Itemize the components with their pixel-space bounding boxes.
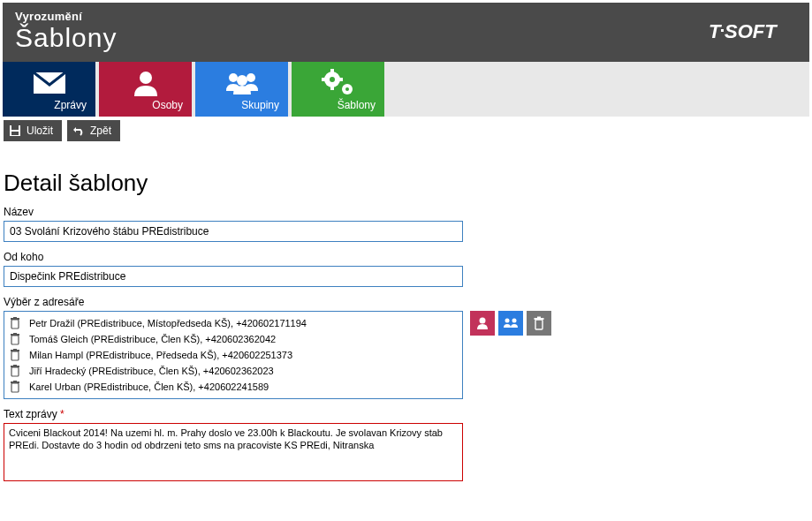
tab-label: Osoby [152,99,186,113]
svg-rect-31 [11,383,19,392]
label-name: Název [4,206,808,218]
svg-rect-37 [535,320,543,329]
content: Detail šablony Název Od koho Výběr z adr… [0,159,812,502]
recipient-text: Petr Dražil (PREdistribuce, Místopředsed… [29,318,307,328]
save-label: Uložit [27,125,53,137]
trash-icon[interactable] [10,333,22,345]
undo-icon [72,125,85,137]
svg-point-7 [237,75,247,86]
recipient-row: Milan Hampl (PREdistribuce, Předseda KŠ)… [4,347,462,363]
recipient-text: Milan Hampl (PREdistribuce, Předseda KŠ)… [29,350,292,360]
recipient-text: Tomáš Gleich (PREdistribuce, Člen KŠ), +… [29,334,276,344]
trash-icon[interactable] [10,365,22,377]
section-title: Detail šablony [4,170,808,197]
svg-point-9 [330,77,335,82]
tab-zpravy[interactable]: Zprávy [3,62,95,117]
svg-point-4 [140,72,152,84]
page-title: Šablony [15,23,117,53]
recipient-text: Karel Urban (PREdistribuce, Člen KŠ), +4… [29,381,269,392]
label-msg: Text zprávy * [4,408,808,420]
svg-rect-10 [330,69,334,73]
svg-rect-39 [537,317,541,319]
trash-icon[interactable] [10,349,22,361]
svg-rect-17 [11,125,19,130]
svg-rect-30 [13,365,17,366]
label-pick: Výběr z adresáře [4,296,808,308]
recipient-row: Tomáš Gleich (PREdistribuce, Člen KŠ), +… [4,331,462,347]
tab-sablony[interactable]: Šablony [292,62,384,117]
recipient-text: Jiří Hradecký (PREdistribuce, Člen KŠ), … [29,366,274,376]
svg-rect-1 [721,29,724,32]
tab-osoby[interactable]: Osoby [99,62,192,117]
breadcrumb: Vyrozumění [15,10,117,23]
recipient-row: Jiří Hradecký (PREdistribuce, Člen KŠ), … [4,363,462,379]
trash-icon[interactable] [10,317,22,329]
back-button[interactable]: Zpět [67,120,120,141]
svg-rect-11 [330,86,334,90]
add-group-button[interactable] [498,311,523,336]
message-textarea[interactable] [4,423,463,481]
recipient-row: Petr Dražil (PREdistribuce, Místopředsed… [4,315,462,331]
svg-rect-22 [11,336,19,344]
svg-point-5 [229,73,238,82]
nav-tabs: Zprávy Osoby Skupiny [3,62,809,117]
group-icon [503,317,519,329]
svg-rect-27 [13,349,17,351]
label-from: Od koho [4,251,808,263]
trash-icon [533,316,545,330]
required-mark: * [60,408,65,420]
svg-rect-28 [11,367,19,376]
app-header: Vyrozumění Šablony T SOFT [3,3,809,62]
recipient-actions [470,311,551,336]
person-icon [131,67,161,99]
tab-label: Skupiny [241,99,283,113]
tab-skupiny[interactable]: Skupiny [195,62,288,117]
save-button[interactable]: Uložit [4,120,62,141]
from-input[interactable] [4,266,463,287]
svg-rect-25 [11,351,19,360]
recipients-list: Petr Dražil (PREdistribuce, Místopředsed… [4,311,463,399]
svg-text:T: T [709,20,722,42]
clear-recipients-button[interactable] [527,311,551,336]
save-icon [9,125,21,137]
logo: T SOFT [709,19,797,45]
svg-point-34 [480,318,486,324]
header-titles: Vyrozumění Šablony [15,10,117,53]
group-icon [223,67,262,99]
svg-rect-12 [322,78,326,81]
svg-rect-19 [11,320,19,328]
toolbar: Uložit Zpět [0,117,812,159]
tab-label: Šablony [338,99,379,113]
svg-point-15 [345,87,349,91]
svg-rect-21 [13,317,17,319]
person-icon [475,316,489,330]
svg-point-6 [247,73,255,82]
label-msg-text: Text zprávy [4,408,60,420]
svg-rect-33 [13,381,17,382]
svg-rect-24 [13,333,17,335]
envelope-icon [32,67,67,99]
gears-icon [321,67,356,99]
svg-point-36 [512,319,517,323]
name-input[interactable] [4,221,463,242]
svg-text:SOFT: SOFT [725,20,778,42]
svg-rect-18 [11,132,19,135]
add-person-button[interactable] [470,311,495,336]
back-label: Zpět [90,125,111,137]
tab-label: Zprávy [54,99,90,113]
tsoft-logo-icon: T SOFT [709,19,797,45]
svg-point-35 [505,319,510,323]
svg-rect-13 [338,78,343,81]
recipient-row: Karel Urban (PREdistribuce, Člen KŠ), +4… [4,379,462,395]
trash-icon[interactable] [10,381,22,393]
